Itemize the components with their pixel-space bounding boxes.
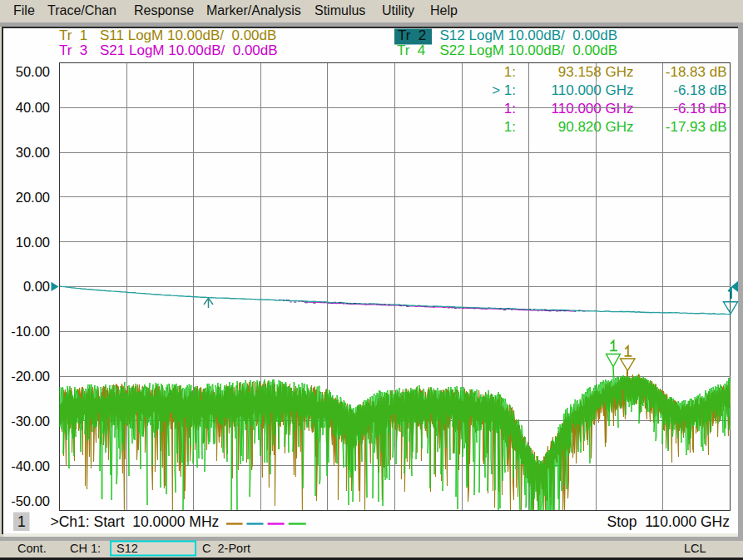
svg-text:Tr 1: Tr 1 [59,27,87,43]
svg-text:-18.83 dB: -18.83 dB [666,64,727,80]
svg-text:-40.00: -40.00 [11,458,50,473]
svg-text:110.000 GHz: 110.000 GHz [552,101,634,116]
svg-text:C 2-Port: C 2-Port [202,542,250,555]
svg-text:S11 LogM 10.00dB/ 0.00dB: S11 LogM 10.00dB/ 0.00dB [100,27,276,43]
svg-text:40.00: 40.00 [16,100,50,115]
svg-text:Trace/Chan: Trace/Chan [47,3,116,17]
svg-text:>Ch1: Start 10.0000 MHz: >Ch1: Start 10.0000 MHz [51,513,220,530]
svg-text:Stimulus: Stimulus [315,3,365,17]
svg-text:S12 LogM 10.00dB/ 0.00dB: S12 LogM 10.00dB/ 0.00dB [440,27,618,43]
svg-text:File: File [13,3,35,17]
svg-text:-10.00: -10.00 [11,324,50,339]
svg-text:CH 1:: CH 1: [70,542,101,555]
svg-text:-6.18 dB: -6.18 dB [673,101,726,116]
svg-text:-17.93 dB: -17.93 dB [666,119,727,135]
svg-text:20.00: 20.00 [16,190,50,205]
svg-text:Utility: Utility [382,3,414,17]
svg-text:110.000 GHz: 110.000 GHz [552,82,634,98]
svg-text:Help: Help [430,3,458,17]
svg-text:Tr 3: Tr 3 [59,42,87,58]
svg-text:Response: Response [134,3,194,17]
svg-text:1:: 1: [504,101,516,116]
svg-text:> 1:: > 1: [492,82,516,98]
svg-text:1: 1 [17,513,26,530]
svg-text:S21 LogM 10.00dB/ 0.00dB: S21 LogM 10.00dB/ 0.00dB [100,42,278,58]
svg-text:Marker/Analysis: Marker/Analysis [206,3,301,17]
svg-text:S22 LogM 10.00dB/ 0.00dB: S22 LogM 10.00dB/ 0.00dB [440,42,618,58]
svg-text:-30.00: -30.00 [11,414,50,429]
svg-text:50.00: 50.00 [16,64,50,79]
svg-text:1:: 1: [504,119,516,135]
svg-text:LCL: LCL [684,542,706,555]
svg-text:Cont.: Cont. [17,542,47,555]
svg-text:0.00: 0.00 [23,279,50,294]
svg-text:1:: 1: [504,64,516,80]
svg-text:-50.00: -50.00 [11,493,50,508]
svg-text:-20.00: -20.00 [11,369,50,384]
svg-text:10.00: 10.00 [16,235,50,250]
svg-text:S12: S12 [116,542,138,555]
svg-text:Tr 2: Tr 2 [398,27,426,43]
svg-text:Stop 110.000 GHz: Stop 110.000 GHz [607,513,730,530]
svg-text:-6.18 dB: -6.18 dB [673,82,726,98]
svg-text:30.00: 30.00 [16,145,50,160]
svg-text:Tr 4: Tr 4 [397,42,425,58]
